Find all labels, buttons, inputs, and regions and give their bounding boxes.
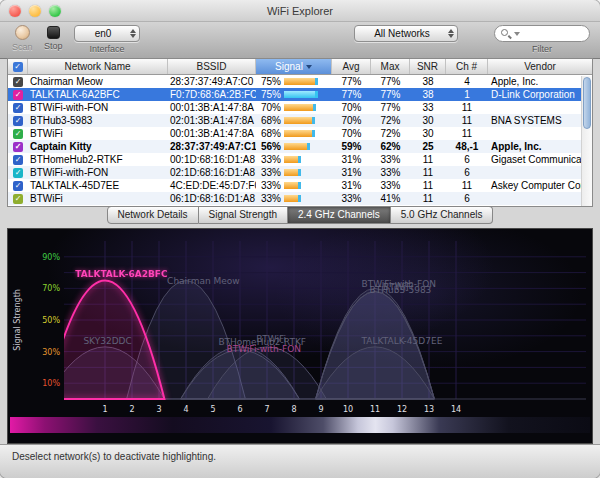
- tab-5-0-ghz-channels[interactable]: 5.0 GHz Channels: [391, 206, 494, 224]
- status-text: Deselect network(s) to deactivate highli…: [12, 451, 216, 462]
- row-checkbox[interactable]: ✓: [13, 155, 23, 165]
- row-checkbox[interactable]: ✓: [13, 129, 23, 139]
- cell-vendor: Askey Computer Corp.: [488, 180, 592, 191]
- cell-ch: 48,-1: [446, 141, 488, 152]
- table-row[interactable]: ✓BTWiFi-with-FON00:01:3B:A1:47:8A70%70%7…: [8, 101, 592, 114]
- interface-group: en0 Interface: [74, 25, 140, 54]
- column-header-vendor[interactable]: Vendor: [488, 59, 592, 74]
- column-header-network-name[interactable]: Network Name: [28, 59, 168, 74]
- cell-avg: 33%: [332, 193, 371, 204]
- row-checkbox[interactable]: ✓: [13, 142, 23, 152]
- row-checkbox[interactable]: ✓: [13, 168, 23, 178]
- cell-snr: 11: [410, 193, 446, 204]
- channel-tick-label: 14: [451, 405, 461, 414]
- table-header: ✓ Network Name BSSID Signal Avg Max SNR …: [8, 59, 592, 75]
- signal-bar: [284, 143, 307, 150]
- toolbar: Scan Stop en0 Interface All Networks Fil…: [0, 22, 600, 59]
- signal-bar: [284, 182, 298, 189]
- cell-snr: 11: [410, 180, 446, 191]
- row-checkbox[interactable]: ✓: [13, 181, 23, 191]
- cell-snr: 11: [410, 167, 446, 178]
- channels-chart-svg: TALKTALK-6A2BFCChairman MeowSKY32DDCBTWi…: [8, 229, 592, 443]
- select-all-checkbox[interactable]: ✓: [13, 62, 23, 72]
- curve-label: BTWiFi-with-FON: [227, 344, 301, 354]
- stop-icon[interactable]: [47, 26, 60, 39]
- column-header-ch[interactable]: Ch #: [446, 59, 488, 74]
- cell-ch: 11: [446, 102, 488, 113]
- stop-group: Stop: [44, 25, 63, 51]
- cell-max: 33%: [371, 180, 410, 191]
- cell-avg: 31%: [332, 180, 371, 191]
- cell-signal: 75%: [256, 89, 332, 100]
- cell-network-name: BTWiFi: [28, 128, 168, 139]
- signal-tick-label: 70%: [42, 284, 60, 293]
- cell-avg: 70%: [332, 115, 371, 126]
- signal-tick-label: 50%: [42, 316, 60, 325]
- minimize-button[interactable]: [29, 5, 41, 17]
- sort-arrow-icon: [306, 65, 312, 69]
- cell-signal: 70%: [256, 102, 332, 113]
- column-header-max[interactable]: Max: [371, 59, 410, 74]
- cell-avg: 31%: [332, 154, 371, 165]
- status-bar: Deselect network(s) to deactivate highli…: [0, 444, 600, 478]
- cell-bssid: 00:01:3B:A1:47:8A: [168, 128, 256, 139]
- row-checkbox[interactable]: ✓: [13, 194, 23, 204]
- cell-network-name: BTWiFi-with-FON: [28, 167, 168, 178]
- table-row[interactable]: ✓BTHomeHub2-RTKF00:1D:68:16:D1:A833%31%3…: [8, 153, 592, 166]
- table-row[interactable]: ✓TALKTALK-6A2BFCF0:7D:68:6A:2B:FC75%77%7…: [8, 88, 592, 101]
- filter-input[interactable]: [494, 25, 590, 42]
- cell-network-name: TALKTALK-6A2BFC: [28, 89, 168, 100]
- cell-ch: 11: [446, 180, 488, 191]
- cell-ch: 6: [446, 154, 488, 165]
- channel-tick-label: 6: [237, 405, 242, 414]
- row-checkbox[interactable]: ✓: [13, 103, 23, 113]
- signal-tick-label: 10%: [42, 379, 60, 388]
- scrollbar-thumb[interactable]: [583, 77, 591, 129]
- cell-signal: 33%: [256, 154, 332, 165]
- cell-bssid: 00:01:3B:A1:47:8A: [168, 102, 256, 113]
- interface-dropdown[interactable]: en0: [74, 25, 140, 42]
- column-header-signal[interactable]: Signal: [256, 59, 332, 74]
- cell-max: 77%: [371, 102, 410, 113]
- cell-avg: 31%: [332, 167, 371, 178]
- table-row[interactable]: ✓BTWiFi-with-FON02:1D:68:16:D1:A833%31%3…: [8, 166, 592, 179]
- titlebar[interactable]: WiFi Explorer: [0, 0, 600, 22]
- cell-vendor: BNA SYSTEMS: [488, 115, 592, 126]
- network-table: ✓ Network Name BSSID Signal Avg Max SNR …: [7, 58, 593, 207]
- filter-group: Filter: [494, 25, 590, 54]
- cell-snr: 11: [410, 154, 446, 165]
- column-header-snr[interactable]: SNR: [410, 59, 446, 74]
- network-scope-dropdown[interactable]: All Networks: [354, 25, 458, 42]
- row-checkbox[interactable]: ✓: [13, 90, 23, 100]
- curve-label: TALKTALK-45D7EE: [361, 336, 443, 346]
- table-body: ✓Chairman Meow28:37:37:49:A7:C075%77%77%…: [8, 75, 592, 206]
- view-tabs: Network DetailsSignal Strength2.4 GHz Ch…: [0, 206, 600, 224]
- scan-icon[interactable]: [15, 25, 30, 40]
- curve-label: SKY32DDC: [83, 336, 131, 346]
- tab-2-4-ghz-channels[interactable]: 2.4 GHz Channels: [288, 206, 391, 224]
- tab-network-details[interactable]: Network Details: [107, 206, 199, 224]
- close-button[interactable]: [9, 5, 21, 17]
- table-scrollbar[interactable]: [581, 76, 592, 206]
- channel-tick-label: 13: [424, 405, 434, 414]
- column-header-avg[interactable]: Avg: [332, 59, 371, 74]
- cell-avg: 70%: [332, 128, 371, 139]
- cell-avg: 70%: [332, 102, 371, 113]
- cell-signal: 75%: [256, 76, 332, 87]
- zoom-button[interactable]: [49, 5, 61, 17]
- table-row[interactable]: ✓BTWiFi00:01:3B:A1:47:8A68%70%72%3011: [8, 127, 592, 140]
- row-checkbox[interactable]: ✓: [13, 77, 23, 87]
- table-row[interactable]: ✓Chairman Meow28:37:37:49:A7:C075%77%77%…: [8, 75, 592, 88]
- table-row[interactable]: ✓BTHub3-598302:01:3B:A1:47:8A68%70%72%30…: [8, 114, 592, 127]
- table-row[interactable]: ✓BTWiFi06:1D:68:16:D1:A833%33%41%116: [8, 192, 592, 205]
- table-row[interactable]: ✓Captain Kitty28:37:37:49:A7:C156%59%62%…: [8, 140, 592, 153]
- tab-signal-strength[interactable]: Signal Strength: [199, 206, 288, 224]
- row-checkbox-cell: ✓: [8, 194, 28, 204]
- scan-group: Scan: [12, 25, 33, 52]
- column-header-bssid[interactable]: BSSID: [168, 59, 256, 74]
- cell-snr: 33: [410, 102, 446, 113]
- signal-bar: [284, 117, 312, 124]
- table-row[interactable]: ✓TALKTALK-45D7EE4C:ED:DE:45:D7:F033%31%3…: [8, 179, 592, 192]
- row-checkbox-cell: ✓: [8, 168, 28, 178]
- row-checkbox[interactable]: ✓: [13, 116, 23, 126]
